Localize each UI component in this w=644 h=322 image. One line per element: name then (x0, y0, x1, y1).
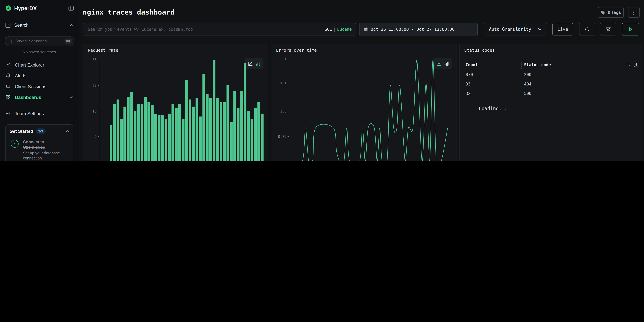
tile-title: Status codes (464, 48, 495, 53)
filter-edit-icon (606, 26, 611, 32)
bar (148, 102, 150, 161)
live-button[interactable]: Live (552, 23, 573, 36)
y-axis-label: 3 (273, 58, 286, 62)
shortcut-badge: ⌘K (64, 38, 72, 44)
dashboards-icon (6, 94, 11, 100)
bar (237, 108, 240, 161)
tags-button[interactable]: 0 Tags (598, 7, 624, 18)
sidebar-item-client-sessions[interactable]: Client Sessions (0, 81, 79, 92)
y-axis-label: 0.75 (273, 135, 286, 139)
bar (127, 97, 130, 161)
nav-label: Team Settings (15, 111, 73, 116)
table-cell[interactable]: 33 (466, 82, 470, 86)
query-language-toggle[interactable]: SQL|Lucene (324, 27, 352, 32)
tags-label: 0 Tags (608, 10, 621, 15)
y-axis-label: 0 (83, 160, 97, 161)
bar (144, 97, 147, 161)
app-root: HyperDX Search ⌘K No saved searches (0, 0, 644, 161)
refresh-button[interactable] (579, 23, 595, 36)
sidebar-item-search[interactable]: Search (0, 20, 79, 30)
bar (175, 108, 178, 161)
nav-label: Alerts (15, 73, 73, 78)
chevron-up-icon[interactable] (70, 23, 74, 27)
bar (178, 104, 181, 161)
sidebar-item-dashboards[interactable]: Dashboards (0, 92, 79, 103)
wrap-text-icon[interactable] (626, 62, 631, 68)
nav-label: Chart Explorer (15, 62, 73, 68)
bar (137, 104, 140, 161)
bar (192, 106, 195, 161)
bar (158, 115, 160, 161)
bar (120, 119, 123, 161)
magnifier-icon (8, 39, 12, 43)
step-title: Connect to ClickHouse (23, 139, 64, 150)
sidebar-item-team-settings[interactable]: Team Settings (0, 108, 79, 119)
bar (199, 116, 202, 161)
table-header: Count Status code (460, 62, 643, 70)
table-cell[interactable]: 870 (466, 72, 473, 77)
saved-searches-input[interactable] (15, 38, 62, 44)
bar (165, 119, 168, 161)
chart-plot[interactable] (99, 60, 265, 161)
sql-toggle[interactable]: SQL (324, 27, 332, 32)
table-cell[interactable]: 500 (524, 91, 531, 96)
column-header-status-code[interactable]: Status code (524, 62, 551, 67)
play-icon (628, 27, 633, 32)
bar (258, 102, 260, 161)
sidebar-item-chart-explorer[interactable]: Chart Explorer (0, 60, 79, 70)
bell-icon (6, 73, 11, 78)
logo-row: HyperDX (0, 0, 79, 12)
nav-label: Client Sessions (15, 84, 73, 89)
event-search-bar[interactable]: SQL|Lucene (83, 23, 356, 36)
tile-title: Request rate (88, 48, 118, 53)
bar (124, 106, 126, 161)
get-started-step-1[interactable]: ✓ Connect to ClickHouse Set up your data… (10, 139, 69, 161)
granularity-select[interactable]: Auto Granularity (484, 23, 547, 36)
chevron-up-icon[interactable] (66, 129, 69, 133)
y-axis-label: 2.3 (273, 82, 286, 86)
table-cell[interactable]: 32 (466, 91, 470, 96)
bar (116, 100, 119, 161)
bar (202, 74, 205, 161)
gear-icon (6, 111, 11, 116)
run-query-button[interactable] (622, 23, 639, 36)
bar (151, 105, 154, 161)
table-cell[interactable]: 404 (524, 82, 531, 86)
bar (233, 91, 236, 161)
chevron-down-icon[interactable] (69, 95, 73, 99)
kebab-menu-button[interactable]: ⋮ (628, 7, 640, 18)
loading-indicator: Loading... (479, 106, 507, 111)
sidebar-nav: Chart Explorer Alerts Client Sessions Da… (0, 60, 79, 119)
bar (254, 108, 256, 161)
bar (134, 111, 136, 161)
chart-plot[interactable] (289, 60, 453, 161)
get-started-header[interactable]: Get Started 2/3 (10, 128, 69, 134)
download-icon[interactable] (634, 62, 639, 68)
step-desc: Set up your database connection (23, 151, 64, 161)
search-section-icon (5, 22, 11, 28)
filter-button[interactable] (600, 23, 616, 36)
hyperdx-logo-icon[interactable] (5, 5, 12, 12)
date-range-input[interactable]: Oct 26 13:00:00 - Oct 27 13:00:00 (359, 23, 478, 36)
sidebar-item-alerts[interactable]: Alerts (0, 70, 79, 81)
bar (130, 92, 133, 161)
chevron-down-icon (538, 27, 542, 32)
kebab-icon: ⋮ (631, 10, 636, 15)
table-cell[interactable]: 200 (524, 72, 531, 77)
bar (244, 63, 246, 161)
collapse-sidebar-icon[interactable] (68, 6, 74, 11)
column-divider[interactable] (521, 62, 522, 69)
event-search-input[interactable] (87, 26, 321, 32)
y-axis-label: 0 (273, 160, 286, 161)
y-axis-label: 36 (83, 58, 97, 62)
column-header-count[interactable]: Count (466, 62, 478, 67)
bar (226, 85, 229, 161)
line-chart-icon (6, 62, 11, 68)
get-started-title: Get Started (10, 128, 33, 134)
saved-searches-input-wrap[interactable]: ⌘K (5, 36, 74, 46)
search-section-label: Search (14, 22, 66, 28)
y-axis-label: 1.5 (273, 109, 286, 113)
tile-request-rate: Request rate 36271890Oct 26 1:00:00 PM11… (83, 44, 268, 161)
calendar-icon (364, 27, 368, 32)
lucene-toggle[interactable]: Lucene (337, 27, 352, 32)
